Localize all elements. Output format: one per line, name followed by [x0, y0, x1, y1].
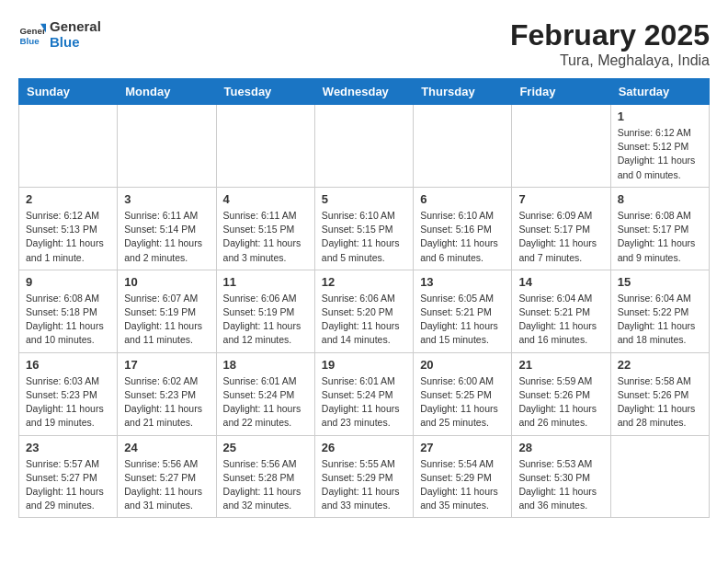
calendar-cell: 19Sunrise: 6:01 AM Sunset: 5:24 PM Dayli… [314, 352, 413, 435]
day-number: 23 [26, 441, 110, 454]
calendar-cell: 12Sunrise: 6:06 AM Sunset: 5:20 PM Dayli… [314, 270, 413, 352]
calendar-table: SundayMondayTuesdayWednesdayThursdayFrid… [18, 78, 710, 518]
logo-line2: Blue [50, 34, 101, 50]
day-info: Sunrise: 5:56 AM Sunset: 5:28 PM Dayligh… [223, 457, 308, 513]
weekday-header: Saturday [610, 79, 709, 105]
weekday-header: Tuesday [216, 79, 314, 105]
calendar-cell: 15Sunrise: 6:04 AM Sunset: 5:22 PM Dayli… [610, 270, 709, 352]
day-info: Sunrise: 6:06 AM Sunset: 5:20 PM Dayligh… [322, 292, 406, 348]
day-number: 17 [124, 358, 209, 372]
day-info: Sunrise: 6:04 AM Sunset: 5:21 PM Dayligh… [518, 292, 603, 348]
calendar-cell: 21Sunrise: 5:59 AM Sunset: 5:26 PM Dayli… [512, 352, 610, 435]
day-number: 1 [618, 109, 702, 123]
day-info: Sunrise: 5:58 AM Sunset: 5:26 PM Dayligh… [618, 374, 702, 431]
calendar-week-row: 9Sunrise: 6:08 AM Sunset: 5:18 PM Daylig… [19, 270, 710, 352]
calendar-cell [314, 105, 413, 188]
day-info: Sunrise: 6:08 AM Sunset: 5:18 PM Dayligh… [26, 292, 110, 348]
day-number: 2 [26, 192, 110, 206]
day-number: 7 [518, 192, 603, 206]
day-number: 5 [322, 192, 406, 206]
day-info: Sunrise: 5:57 AM Sunset: 5:27 PM Dayligh… [26, 457, 110, 513]
weekday-header: Monday [118, 79, 216, 105]
day-number: 4 [223, 192, 308, 206]
day-info: Sunrise: 6:03 AM Sunset: 5:23 PM Dayligh… [26, 374, 110, 431]
day-number: 3 [124, 192, 209, 206]
calendar-cell: 16Sunrise: 6:03 AM Sunset: 5:23 PM Dayli… [19, 352, 118, 435]
day-number: 26 [322, 441, 406, 454]
calendar-cell: 17Sunrise: 6:02 AM Sunset: 5:23 PM Dayli… [118, 352, 216, 435]
day-info: Sunrise: 6:08 AM Sunset: 5:17 PM Dayligh… [618, 209, 702, 265]
day-number: 20 [420, 358, 505, 372]
calendar-cell: 5Sunrise: 6:10 AM Sunset: 5:15 PM Daylig… [314, 187, 413, 270]
day-number: 9 [26, 275, 110, 289]
day-info: Sunrise: 6:01 AM Sunset: 5:24 PM Dayligh… [223, 374, 308, 431]
day-info: Sunrise: 6:10 AM Sunset: 5:15 PM Dayligh… [322, 209, 406, 265]
svg-text:General: General [20, 26, 47, 36]
day-number: 10 [124, 275, 209, 289]
calendar-week-row: 23Sunrise: 5:57 AM Sunset: 5:27 PM Dayli… [19, 435, 710, 518]
page-header: General Blue General Blue February 2025 … [18, 18, 710, 69]
weekday-header: Wednesday [314, 79, 413, 105]
calendar-week-row: 1Sunrise: 6:12 AM Sunset: 5:12 PM Daylig… [19, 105, 710, 188]
day-info: Sunrise: 6:11 AM Sunset: 5:15 PM Dayligh… [223, 209, 308, 265]
calendar-cell [512, 105, 610, 188]
calendar-cell: 27Sunrise: 5:54 AM Sunset: 5:29 PM Dayli… [414, 435, 512, 518]
weekday-header: Friday [512, 79, 610, 105]
day-info: Sunrise: 6:02 AM Sunset: 5:23 PM Dayligh… [124, 374, 209, 431]
calendar-cell: 18Sunrise: 6:01 AM Sunset: 5:24 PM Dayli… [216, 352, 314, 435]
calendar-cell: 23Sunrise: 5:57 AM Sunset: 5:27 PM Dayli… [19, 435, 118, 518]
day-info: Sunrise: 6:11 AM Sunset: 5:14 PM Dayligh… [124, 209, 209, 265]
calendar-cell: 6Sunrise: 6:10 AM Sunset: 5:16 PM Daylig… [414, 187, 512, 270]
day-info: Sunrise: 5:56 AM Sunset: 5:27 PM Dayligh… [124, 457, 209, 513]
calendar-cell [216, 105, 314, 188]
calendar-cell: 8Sunrise: 6:08 AM Sunset: 5:17 PM Daylig… [610, 187, 709, 270]
logo-line1: General [50, 18, 101, 34]
calendar-cell: 4Sunrise: 6:11 AM Sunset: 5:15 PM Daylig… [216, 187, 314, 270]
day-number: 25 [223, 441, 308, 454]
day-info: Sunrise: 5:59 AM Sunset: 5:26 PM Dayligh… [518, 374, 603, 431]
calendar-week-row: 2Sunrise: 6:12 AM Sunset: 5:13 PM Daylig… [19, 187, 710, 270]
calendar-title: February 2025 [510, 18, 710, 52]
calendar-cell [19, 105, 118, 188]
weekday-header: Thursday [414, 79, 512, 105]
day-number: 12 [322, 275, 406, 289]
calendar-cell: 2Sunrise: 6:12 AM Sunset: 5:13 PM Daylig… [19, 187, 118, 270]
calendar-cell: 10Sunrise: 6:07 AM Sunset: 5:19 PM Dayli… [118, 270, 216, 352]
day-number: 15 [618, 275, 702, 289]
day-info: Sunrise: 6:12 AM Sunset: 5:13 PM Dayligh… [26, 209, 110, 265]
day-number: 6 [420, 192, 505, 206]
calendar-cell: 25Sunrise: 5:56 AM Sunset: 5:28 PM Dayli… [216, 435, 314, 518]
calendar-cell: 22Sunrise: 5:58 AM Sunset: 5:26 PM Dayli… [610, 352, 709, 435]
day-number: 11 [223, 275, 308, 289]
day-number: 28 [518, 441, 603, 454]
calendar-cell: 13Sunrise: 6:05 AM Sunset: 5:21 PM Dayli… [414, 270, 512, 352]
day-info: Sunrise: 6:04 AM Sunset: 5:22 PM Dayligh… [618, 292, 702, 348]
day-info: Sunrise: 6:07 AM Sunset: 5:19 PM Dayligh… [124, 292, 209, 348]
day-info: Sunrise: 6:12 AM Sunset: 5:12 PM Dayligh… [618, 126, 702, 182]
calendar-cell [610, 435, 709, 518]
calendar-cell: 7Sunrise: 6:09 AM Sunset: 5:17 PM Daylig… [512, 187, 610, 270]
logo-icon: General Blue [18, 20, 46, 48]
day-number: 27 [420, 441, 505, 454]
calendar-cell: 9Sunrise: 6:08 AM Sunset: 5:18 PM Daylig… [19, 270, 118, 352]
day-info: Sunrise: 6:00 AM Sunset: 5:25 PM Dayligh… [420, 374, 505, 431]
title-block: February 2025 Tura, Meghalaya, India [510, 18, 710, 69]
day-info: Sunrise: 6:06 AM Sunset: 5:19 PM Dayligh… [223, 292, 308, 348]
logo: General Blue General Blue [18, 18, 101, 50]
calendar-cell: 24Sunrise: 5:56 AM Sunset: 5:27 PM Dayli… [118, 435, 216, 518]
calendar-cell: 26Sunrise: 5:55 AM Sunset: 5:29 PM Dayli… [314, 435, 413, 518]
day-number: 19 [322, 358, 406, 372]
day-info: Sunrise: 6:01 AM Sunset: 5:24 PM Dayligh… [322, 374, 406, 431]
svg-text:Blue: Blue [20, 36, 40, 46]
day-number: 8 [618, 192, 702, 206]
weekday-header: Sunday [19, 79, 118, 105]
calendar-cell: 11Sunrise: 6:06 AM Sunset: 5:19 PM Dayli… [216, 270, 314, 352]
calendar-cell: 3Sunrise: 6:11 AM Sunset: 5:14 PM Daylig… [118, 187, 216, 270]
calendar-cell: 14Sunrise: 6:04 AM Sunset: 5:21 PM Dayli… [512, 270, 610, 352]
day-number: 24 [124, 441, 209, 454]
day-number: 18 [223, 358, 308, 372]
calendar-cell: 20Sunrise: 6:00 AM Sunset: 5:25 PM Dayli… [414, 352, 512, 435]
calendar-subtitle: Tura, Meghalaya, India [510, 52, 710, 69]
calendar-cell: 28Sunrise: 5:53 AM Sunset: 5:30 PM Dayli… [512, 435, 610, 518]
calendar-header-row: SundayMondayTuesdayWednesdayThursdayFrid… [19, 79, 710, 105]
